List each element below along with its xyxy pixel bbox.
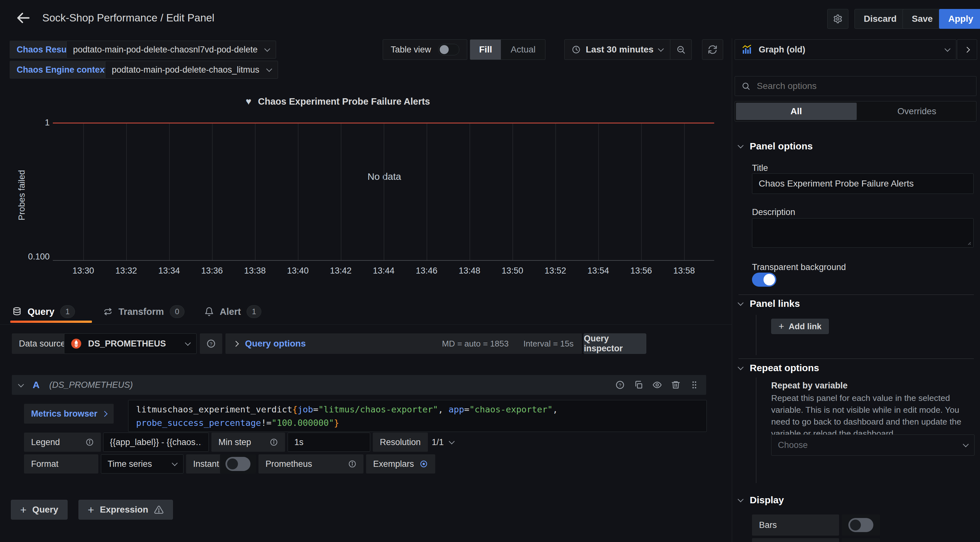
bars-toggle[interactable] <box>848 518 873 532</box>
chevron-down-icon <box>963 441 969 447</box>
collapse-chevron-icon <box>738 300 743 306</box>
metrics-browser-label: Metrics browser <box>31 409 97 419</box>
resolution-label-chip: Resolution <box>373 433 428 452</box>
transparent-background-toggle[interactable] <box>752 273 776 287</box>
panel-title-input[interactable] <box>752 173 974 194</box>
graph-icon <box>741 44 752 55</box>
tab-overrides[interactable]: Overrides <box>858 103 977 120</box>
drag-handle-icon[interactable] <box>689 380 699 390</box>
legend-label: Legend <box>31 437 60 447</box>
help-icon[interactable]: ? <box>615 380 625 390</box>
query-row-header[interactable]: A (DS_PROMETHEUS) ? <box>12 375 706 395</box>
repeat-variable-placeholder: Choose <box>778 440 808 450</box>
add-link-button[interactable]: + Add link <box>771 319 829 334</box>
duplicate-icon[interactable] <box>634 380 643 390</box>
query-type-chip: Prometheus <box>258 454 363 474</box>
repeat-options-heading[interactable]: Repeat options <box>738 363 819 373</box>
gridline <box>384 124 384 260</box>
trash-icon[interactable] <box>671 380 681 390</box>
table-view-toggle[interactable] <box>438 44 459 55</box>
info-icon <box>86 438 94 446</box>
fill-option[interactable]: Fill <box>470 40 501 60</box>
zoom-out-icon <box>676 45 686 54</box>
plot-area[interactable]: No data <box>53 122 714 261</box>
time-controls: Last 30 minutes <box>564 40 692 60</box>
header: Sock-Shop Performance / Edit Panel <box>15 10 214 25</box>
transform-icon <box>103 307 113 317</box>
discard-button[interactable]: Discard <box>854 9 906 29</box>
repeat-by-variable-label: Repeat by variable <box>771 381 848 391</box>
options-tabs: All Overrides <box>735 101 977 122</box>
actual-label: Actual <box>511 44 536 55</box>
panel-options-heading[interactable]: Panel options <box>738 141 813 152</box>
y-tick-label: 0.100 <box>19 252 49 262</box>
gear-icon <box>833 14 843 24</box>
datasource-picker[interactable]: DS_PROMETHEUS <box>64 333 197 354</box>
variable-value-chaos-result[interactable]: podtato-main-pod-delete-chaosnl7vd-pod-d… <box>66 41 276 59</box>
panel-links-heading[interactable]: Panel links <box>738 298 800 309</box>
query-type-label: Prometheus <box>266 459 312 469</box>
refresh-button[interactable] <box>702 40 723 60</box>
zoom-out-button[interactable] <box>670 40 692 60</box>
tab-transform[interactable]: Transform 0 <box>103 303 185 320</box>
discard-label: Discard <box>864 14 897 24</box>
eye-icon[interactable] <box>652 380 662 390</box>
metrics-browser-button[interactable]: Metrics browser <box>24 404 114 424</box>
search-options-input[interactable] <box>756 81 970 92</box>
resolution-select[interactable]: 1/1 <box>426 433 460 452</box>
collapse-chevron-icon <box>738 496 743 502</box>
section-title: Panel options <box>750 141 813 152</box>
code-segment: "chaos-exporter" <box>469 404 552 414</box>
visualization-picker[interactable]: Graph (old) <box>735 40 956 60</box>
exemplars-toggle-icon[interactable] <box>419 460 428 468</box>
apply-button[interactable]: Apply <box>939 9 980 29</box>
min-step-input[interactable] <box>288 433 370 452</box>
repeat-variable-select[interactable]: Choose <box>771 434 975 456</box>
query-row-actions: ? <box>615 380 699 390</box>
instant-label: Instant <box>193 459 219 469</box>
format-label-chip: Format <box>24 454 98 474</box>
chevron-down-icon <box>658 46 663 52</box>
code-segment: , <box>438 404 449 414</box>
info-icon <box>348 460 356 468</box>
gridline <box>469 124 470 260</box>
legend-input[interactable] <box>103 433 209 452</box>
search-options-box <box>735 76 977 96</box>
expand-visualization-button[interactable] <box>957 40 977 60</box>
query-inspector-button[interactable]: Query inspector <box>584 333 646 354</box>
dashboard-settings-button[interactable] <box>827 9 848 29</box>
datasource-help-button[interactable]: ? <box>200 333 222 354</box>
display-heading[interactable]: Display <box>738 494 784 506</box>
variable-label-chaos-engine-context: Chaos Engine context <box>10 61 115 79</box>
promql-code[interactable]: litmuschaos_experiment_verdict{job="litm… <box>128 400 707 432</box>
max-datapoints-summary: MD = auto = 1853 <box>442 339 509 349</box>
instant-toggle[interactable] <box>226 457 250 471</box>
code-segment: app <box>449 404 464 414</box>
tab-label: Alert <box>220 306 241 317</box>
description-textarea[interactable] <box>752 218 974 248</box>
save-button[interactable]: Save <box>902 9 942 29</box>
tab-query[interactable]: Query 1 <box>12 303 75 320</box>
plus-icon: + <box>20 504 27 516</box>
variable-value-chaos-engine-context[interactable]: podtato-main-pod-delete-chaos_litmus <box>105 61 278 79</box>
add-expression-button[interactable]: + Expression <box>78 500 173 520</box>
tab-label: Query <box>27 306 54 317</box>
back-arrow-icon[interactable] <box>15 10 31 25</box>
add-query-button[interactable]: + Query <box>11 500 68 520</box>
gridline <box>298 124 299 260</box>
time-range-label: Last 30 minutes <box>586 44 654 55</box>
x-tick-label: 13:30 <box>64 266 102 276</box>
gridline <box>212 124 213 260</box>
panel-header[interactable]: ♥ Chaos Experiment Probe Failure Alerts <box>32 96 644 107</box>
gridline <box>598 124 599 260</box>
time-range-picker[interactable]: Last 30 minutes <box>565 40 670 60</box>
tab-label: Transform <box>118 306 164 317</box>
resize-handle-icon[interactable] <box>966 240 971 246</box>
format-select[interactable]: Time series <box>101 454 183 474</box>
actual-option[interactable]: Actual <box>501 40 545 60</box>
tab-all-label: All <box>791 106 802 116</box>
visualization-name: Graph (old) <box>759 45 939 55</box>
query-options-bar[interactable]: Query options MD = auto = 1853 Interval … <box>226 333 582 354</box>
tab-all[interactable]: All <box>736 103 857 120</box>
tab-alert[interactable]: Alert 1 <box>204 303 261 320</box>
